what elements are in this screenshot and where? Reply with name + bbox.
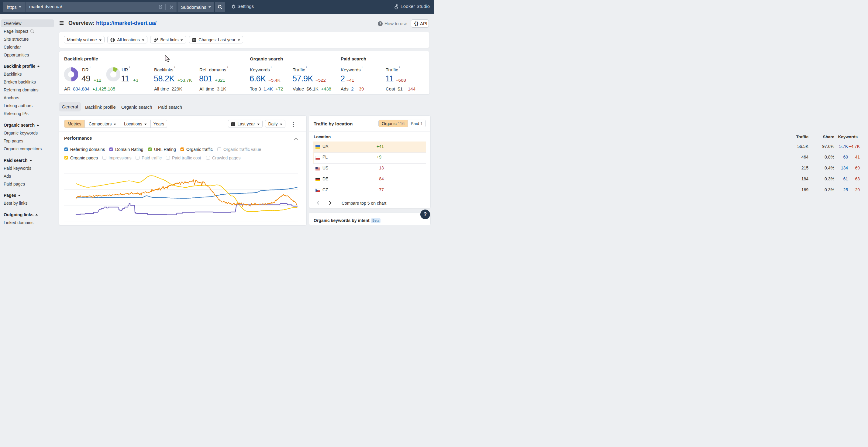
svg-text:?: ?: [379, 22, 381, 26]
